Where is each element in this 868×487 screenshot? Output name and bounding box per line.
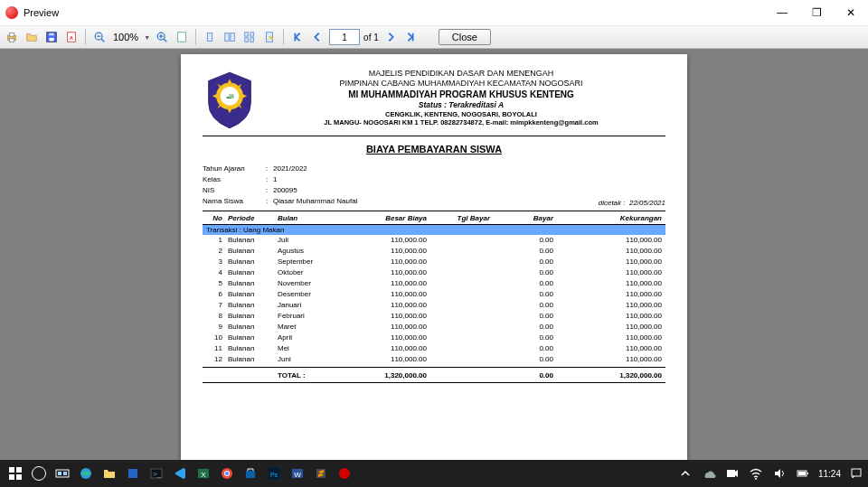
windows-taskbar[interactable]: >_ X Ps W 11:24 — [0, 460, 868, 487]
window-titlebar: Preview — ❐ ✕ — [0, 0, 868, 26]
tray-volume-icon[interactable] — [771, 462, 788, 485]
pdf-icon[interactable]: A — [63, 29, 80, 45]
word-icon[interactable]: W — [286, 462, 309, 485]
edit-icon[interactable] — [261, 29, 278, 45]
open-icon[interactable] — [24, 29, 40, 45]
svg-rect-5 — [49, 33, 53, 36]
col-periode: Periode — [228, 214, 278, 222]
prev-page-icon[interactable] — [309, 29, 326, 45]
svg-rect-54 — [798, 472, 806, 475]
svg-text:X: X — [201, 471, 206, 479]
svg-text:الله: الله — [226, 94, 234, 99]
header-line3: MI MUHAMMADIYAH PROGRAM KHUSUS KENTENG — [257, 89, 665, 101]
svg-point-42 — [225, 472, 229, 475]
svg-line-12 — [164, 39, 167, 42]
minimize-button[interactable]: — — [765, 0, 799, 25]
report-viewport[interactable]: الله MAJELIS PENDIDIKAN DASAR DAN MENENG… — [0, 49, 868, 460]
store-icon[interactable] — [239, 462, 262, 485]
zoom-level[interactable]: 100% — [111, 32, 140, 42]
table-body: 1BulananJuli110,000.000.00110,000.002Bul… — [203, 235, 665, 365]
svg-rect-21 — [245, 38, 249, 42]
svg-rect-28 — [16, 467, 22, 473]
tray-onedrive-icon[interactable] — [701, 462, 717, 485]
report-page: الله MAJELIS PENDIDIKAN DASAR DAN MENENG… — [181, 54, 687, 460]
svg-rect-32 — [58, 472, 61, 475]
header-line1: MAJELIS PENDIDIKAN DASAR DAN MENENGAH — [257, 69, 665, 79]
doc-title: BIAYA PEMBAYARAN SISWA — [203, 144, 665, 155]
total-bayar: 0.00 — [490, 371, 553, 379]
total-label: TOTAL : — [278, 371, 341, 379]
svg-rect-29 — [9, 474, 14, 480]
header-line2: PIMPINAN CABANG MUHAMMADIYAH KECAMATAN N… — [257, 79, 665, 89]
svg-rect-55 — [852, 469, 861, 476]
zoom-in-icon[interactable] — [154, 29, 170, 45]
total-besar: 1,320,000.00 — [341, 371, 427, 379]
svg-rect-16 — [207, 33, 212, 42]
svg-rect-43 — [246, 471, 255, 478]
svg-rect-1 — [9, 33, 14, 37]
next-page-icon[interactable] — [382, 29, 399, 45]
svg-rect-17 — [225, 33, 229, 42]
photoshop-icon[interactable]: Ps — [262, 462, 286, 485]
vscode-icon[interactable] — [168, 462, 192, 485]
svg-rect-53 — [807, 473, 808, 474]
table-group-header: Transaksi : Uang Makan — [203, 225, 665, 235]
window-title: Preview — [24, 7, 59, 18]
svg-rect-35 — [128, 469, 137, 478]
zoom-dropdown-icon[interactable]: ▼ — [144, 34, 150, 41]
chrome-icon[interactable] — [215, 462, 239, 485]
layout-double-icon[interactable] — [222, 29, 238, 45]
table-row: 7BulananJanuari110,000.000.00110,000.00 — [203, 300, 665, 311]
tray-wifi-icon[interactable] — [748, 462, 764, 485]
col-bayar: Bayar — [490, 214, 553, 222]
svg-rect-2 — [9, 39, 14, 42]
tray-meet-icon[interactable] — [724, 462, 741, 485]
svg-rect-18 — [231, 33, 234, 42]
svg-text:Ps: Ps — [270, 472, 278, 478]
app-running-icon[interactable] — [333, 462, 356, 485]
close-button[interactable]: Close — [439, 29, 491, 45]
col-tgl: Tgl Bayar — [427, 214, 490, 222]
page-number-input[interactable] — [329, 29, 360, 45]
sublime-icon[interactable] — [309, 462, 333, 485]
header-address: CENGKLIK, KENTENG, NOGOSARI, BOYOLALI — [257, 110, 665, 118]
maximize-button[interactable]: ❐ — [799, 0, 834, 25]
header-status: Status : Terakreditasi A — [257, 100, 665, 110]
page-indicator: of 1 — [329, 29, 379, 45]
col-no: No — [203, 214, 228, 222]
svg-text:>_: >_ — [153, 470, 162, 478]
edge-icon[interactable] — [74, 462, 98, 485]
tray-notifications-icon[interactable] — [848, 462, 864, 485]
fit-page-icon[interactable] — [174, 29, 190, 45]
header-rule — [203, 136, 665, 136]
print-icon[interactable] — [4, 29, 20, 45]
tray-battery-icon[interactable] — [795, 462, 811, 485]
table-total-row: TOTAL : 1,320,000.00 0.00 1,320,000.00 — [203, 367, 665, 383]
svg-point-51 — [755, 478, 757, 480]
col-besar: Besar Biaya — [341, 214, 427, 222]
col-kurang: Kekurangan — [553, 214, 665, 222]
explorer-icon[interactable] — [98, 462, 121, 485]
files-icon[interactable] — [121, 462, 145, 485]
tray-chevron-up-icon[interactable] — [677, 462, 693, 485]
table-row: 6BulananDesember110,000.000.00110,000.00 — [203, 289, 665, 300]
tray-clock[interactable]: 11:24 — [818, 469, 841, 479]
task-view-icon[interactable] — [51, 462, 74, 485]
first-page-icon[interactable] — [289, 29, 306, 45]
last-page-icon[interactable] — [402, 29, 419, 45]
meta-kelas: 1 — [273, 174, 277, 185]
excel-icon[interactable]: X — [192, 462, 215, 485]
meta-tahun: 2021/2022 — [273, 164, 307, 174]
close-window-button[interactable]: ✕ — [834, 0, 868, 25]
layout-multi-icon[interactable] — [241, 29, 258, 45]
zoom-out-icon[interactable] — [91, 29, 108, 45]
layout-single-icon[interactable] — [202, 29, 218, 45]
svg-rect-30 — [16, 474, 22, 480]
meta-kelas-label: Kelas — [203, 174, 266, 185]
search-icon[interactable] — [27, 462, 51, 485]
start-icon[interactable] — [4, 462, 27, 485]
save-icon[interactable] — [43, 29, 60, 45]
svg-rect-50 — [727, 470, 735, 477]
terminal-icon[interactable]: >_ — [145, 462, 168, 485]
table-row: 10BulananApril110,000.000.00110,000.00 — [203, 332, 665, 343]
